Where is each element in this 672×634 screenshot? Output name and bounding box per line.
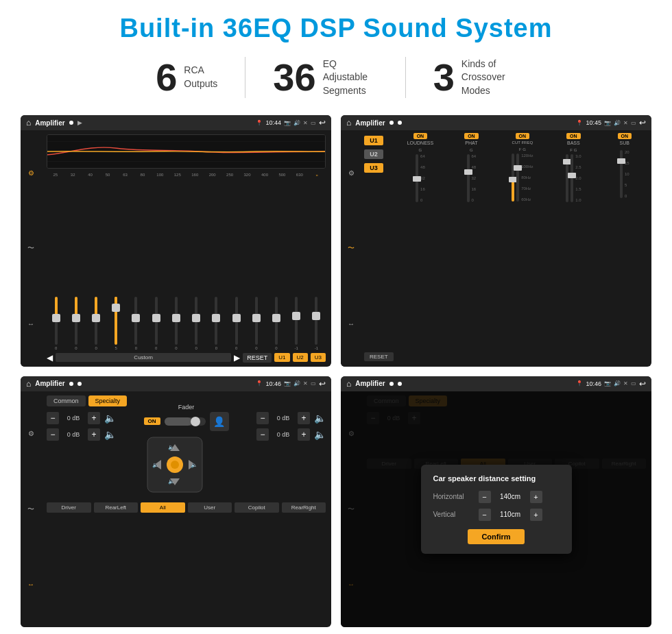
screen1-back-icon[interactable]: ↩ [319, 118, 326, 127]
u2-tab[interactable]: U2 [364, 149, 383, 159]
fader-sidebar-icon1[interactable]: ⚙ [28, 430, 34, 437]
loudness-handle1[interactable] [413, 176, 421, 182]
eq-handle-11[interactable] [252, 314, 261, 322]
eq-reset-btn[interactable]: RESET [243, 353, 272, 363]
eq-u1-btn[interactable]: U1 [274, 353, 289, 362]
driver-btn[interactable]: Driver [47, 502, 91, 513]
loudness-toggle[interactable]: ON [413, 133, 428, 139]
user-btn[interactable]: User [188, 502, 232, 513]
eq-sidebar-icon3[interactable]: ↔ [27, 320, 34, 328]
eq-sidebar-icon2[interactable]: 〜 [27, 243, 34, 253]
fader-minus-1[interactable]: − [47, 412, 59, 424]
screen3-x-icon[interactable]: ✕ [303, 380, 308, 387]
fader-plus-4[interactable]: + [298, 428, 310, 441]
eq-track-10[interactable] [235, 297, 238, 345]
eq-handle-5[interactable] [132, 314, 140, 322]
eq-track-7[interactable] [175, 297, 178, 345]
screen3-box-icon[interactable]: ▭ [311, 380, 316, 387]
fader-minus-3[interactable]: − [256, 412, 269, 424]
crossover-reset-btn[interactable]: RESET [364, 352, 394, 361]
freq-scroll[interactable]: » [309, 173, 326, 177]
common-tab[interactable]: Common [47, 395, 86, 406]
fader-sidebar-icon2[interactable]: 〜 [27, 504, 34, 514]
fader-slider-h[interactable] [165, 417, 206, 426]
fader-plus-2[interactable]: + [88, 428, 100, 441]
eq-track-5[interactable] [134, 297, 137, 345]
dialog-vertical-plus[interactable]: + [530, 509, 542, 521]
dialog-horizontal-minus[interactable]: − [479, 491, 491, 503]
eq-track-1[interactable] [55, 297, 58, 345]
eq-handle-12[interactable] [272, 314, 280, 322]
eq-handle-8[interactable] [192, 314, 200, 322]
screen4-vol-icon[interactable]: 🔊 [614, 380, 621, 387]
fader-sidebar-icon3[interactable]: ↔ [27, 581, 34, 588]
dialog-horizontal-plus[interactable]: + [530, 491, 542, 503]
fader-plus-3[interactable]: + [298, 412, 310, 424]
screen4-box-icon[interactable]: ▭ [631, 380, 636, 387]
cross-sidebar-icon1[interactable]: ⚙ [348, 169, 355, 177]
sub-toggle[interactable]: ON [618, 133, 632, 139]
eq-prev-btn[interactable]: ◀ [47, 353, 53, 363]
screen2-box-icon[interactable]: ▭ [631, 120, 636, 126]
eq-u2-btn[interactable]: U2 [293, 353, 308, 362]
phat-toggle[interactable]: ON [464, 133, 479, 139]
screen1-box-icon[interactable]: ▭ [311, 120, 316, 126]
screen1-x-icon[interactable]: ✕ [303, 120, 308, 126]
eq-handle-6[interactable] [152, 314, 160, 322]
eq-track-13[interactable] [295, 297, 298, 345]
home-icon[interactable]: ⌂ [26, 118, 31, 127]
u1-tab[interactable]: U1 [364, 136, 383, 145]
all-btn[interactable]: All [141, 502, 185, 513]
screen3-home-icon[interactable]: ⌂ [26, 379, 31, 389]
eq-handle-4[interactable] [112, 304, 120, 312]
specialty-tab[interactable]: Specialty [88, 395, 128, 406]
screen2-back-icon[interactable]: ↩ [639, 118, 646, 127]
screen2-x-icon[interactable]: ✕ [623, 120, 628, 126]
eq-track-6[interactable] [155, 297, 158, 345]
eq-track-3[interactable] [95, 297, 97, 345]
u3-tab[interactable]: U3 [364, 163, 383, 173]
screen1-vol-icon[interactable]: 🔊 [293, 120, 300, 126]
screen3-back-icon[interactable]: ↩ [319, 379, 326, 389]
rearright-btn[interactable]: RearRight [282, 502, 326, 513]
fader-minus-2[interactable]: − [47, 428, 59, 441]
cross-sidebar-icon2[interactable]: 〜 [348, 243, 355, 253]
eq-handle-3[interactable] [92, 314, 100, 322]
eq-handle-10[interactable] [232, 314, 241, 322]
eq-next-btn[interactable]: ▶ [234, 353, 240, 363]
eq-track-9[interactable] [215, 297, 217, 345]
eq-handle-7[interactable] [172, 314, 180, 322]
cross-sidebar-icon3[interactable]: ↔ [348, 320, 355, 328]
phat-handle[interactable] [464, 169, 472, 175]
screen4-home-icon[interactable]: ⌂ [346, 379, 351, 389]
screen2-vol-icon[interactable]: 🔊 [614, 120, 621, 126]
eq-track-11[interactable] [255, 297, 258, 345]
eq-u3-btn[interactable]: U3 [311, 353, 326, 362]
screen3-vol-icon[interactable]: 🔊 [293, 380, 300, 387]
cutfreq-toggle[interactable]: ON [516, 133, 530, 139]
fader-slider-knob[interactable] [191, 417, 200, 426]
screen1-play-icon[interactable]: ▶ [77, 119, 82, 126]
eq-track-12[interactable] [275, 297, 278, 345]
eq-handle-9[interactable] [212, 314, 220, 322]
screen2-home-icon[interactable]: ⌂ [346, 118, 351, 127]
screen4-back-icon[interactable]: ↩ [639, 379, 646, 389]
profile-icon[interactable]: 👤 [210, 412, 229, 431]
dialog-vertical-minus[interactable]: − [479, 509, 491, 521]
copilot-btn[interactable]: Copilot [235, 502, 279, 513]
fader-toggle-on[interactable]: ON [144, 417, 160, 425]
fader-plus-1[interactable]: + [88, 412, 100, 424]
loudness-track1[interactable] [416, 154, 418, 202]
eq-track-2[interactable] [75, 297, 77, 345]
eq-track-14[interactable] [315, 297, 317, 345]
confirm-button[interactable]: Confirm [468, 529, 524, 544]
eq-track-4[interactable] [115, 297, 117, 345]
screen4-x-icon[interactable]: ✕ [623, 380, 628, 387]
eq-sidebar-icon1[interactable]: ⚙ [28, 169, 34, 177]
rearleft-btn[interactable]: RearLeft [94, 502, 139, 513]
eq-handle-13[interactable] [292, 312, 300, 320]
eq-handle-1[interactable] [52, 314, 60, 322]
eq-handle-14[interactable] [312, 312, 320, 320]
phat-track[interactable] [467, 154, 470, 202]
eq-handle-2[interactable] [72, 314, 80, 322]
